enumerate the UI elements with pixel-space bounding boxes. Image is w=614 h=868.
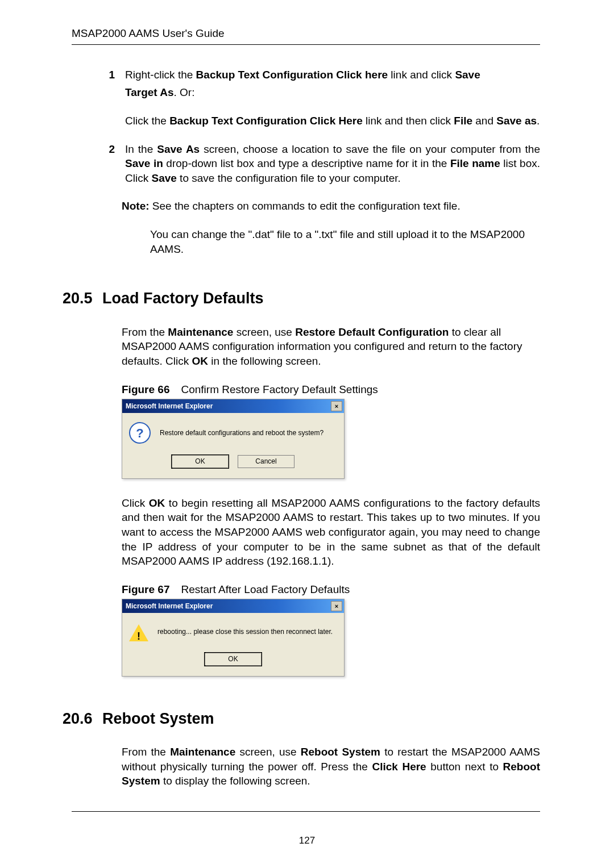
figure-label: Figure 67 [122, 583, 169, 595]
t-bold: Maintenance [170, 746, 235, 758]
t: From the [122, 746, 170, 758]
t: drop-down list box and type a descriptiv… [163, 157, 450, 169]
t-bold: Target As [125, 86, 174, 98]
t: In the [125, 143, 157, 155]
step-1-body: Target As. Or: [125, 85, 540, 100]
note-line: Note: See the chapters on commands to ed… [122, 199, 540, 214]
section-number: 20.5 [63, 288, 102, 308]
running-head: MSAP2000 AAMS User's Guide [72, 26, 540, 45]
page: MSAP2000 AAMS User's Guide 1 Right-click… [0, 0, 614, 868]
close-icon[interactable]: × [331, 401, 342, 411]
t: button next to [426, 761, 503, 773]
warning-icon-glyph: ! [136, 629, 141, 643]
section-20-5-heading: 20.5Load Factory Defaults [63, 288, 540, 308]
dialog-titlebar: Microsoft Internet Explorer × [122, 399, 344, 413]
dialog-message: rebooting... please close this session t… [157, 627, 333, 636]
dialog-titlebar: Microsoft Internet Explorer × [122, 599, 344, 613]
section-20-6-heading: 20.6Reboot System [63, 708, 540, 729]
sec205-intro: From the Maintenance screen, use Restore… [122, 325, 540, 369]
t-bold: Save As [157, 143, 200, 155]
step-1-text: Right-click the Backup Text Configuratio… [125, 68, 540, 82]
step-1-body2: Click the Backup Text Configuration Clic… [125, 114, 540, 128]
t-bold: Backup Text Configuration Click Here [169, 115, 363, 127]
after-fig66: Click OK to begin resetting all MSAP2000… [122, 496, 540, 569]
section-title: Load Factory Defaults [102, 290, 264, 307]
t: link and click [388, 69, 455, 81]
t-bold: Click Here [372, 761, 426, 773]
t-bold: OK [192, 355, 209, 367]
t-bold: Restore Default Configuration [295, 326, 449, 338]
t: in the following screen. [208, 355, 321, 367]
t-bold: File [454, 115, 472, 127]
question-icon: ? [129, 422, 151, 444]
sec206-intro: From the Maintenance screen, use Reboot … [122, 745, 540, 788]
t-bold: File name [450, 157, 500, 169]
t-bold: Save [455, 69, 480, 81]
reboot-dialog: Microsoft Internet Explorer × ! rebootin… [122, 599, 345, 676]
section-title: Reboot System [102, 710, 214, 727]
t-bold: Save in [125, 157, 163, 169]
ok-button[interactable]: OK [205, 653, 262, 665]
figure-caption-text: Confirm Restore Factory Default Settings [181, 383, 377, 395]
figure-67-caption: Figure 67Restart After Load Factory Defa… [122, 582, 540, 597]
t: Right-click the [125, 69, 196, 81]
t-bold: Save [151, 172, 176, 184]
figure-66-caption: Figure 66Confirm Restore Factory Default… [122, 382, 540, 397]
page-number: 127 [0, 834, 614, 848]
t: . [537, 115, 540, 127]
t: . Or: [174, 86, 195, 98]
close-icon[interactable]: × [331, 601, 342, 611]
cancel-button[interactable]: Cancel [238, 455, 294, 468]
figure-label: Figure 66 [122, 383, 169, 395]
dialog-title: Microsoft Internet Explorer [126, 402, 213, 411]
t: to display the following screen. [160, 775, 310, 787]
t: Click the [125, 115, 169, 127]
step-1: 1 Right-click the Backup Text Configurat… [107, 68, 540, 82]
note-text: See the chapters on commands to edit the… [150, 200, 460, 212]
step-2: 2 In the Save As screen, choose a locati… [107, 142, 540, 186]
t-bold: Reboot System [301, 746, 380, 758]
t: to save the configuration file to your c… [177, 172, 401, 184]
figure-66-dialog: Microsoft Internet Explorer × ? Restore … [122, 399, 540, 478]
note-label: Note: [122, 200, 150, 212]
section-number: 20.6 [63, 708, 102, 729]
t: screen, use [233, 326, 295, 338]
dialog-title: Microsoft Internet Explorer [126, 602, 213, 611]
ok-button[interactable]: OK [172, 455, 229, 468]
step-1-number: 1 [107, 68, 115, 82]
t-bold: OK [149, 497, 165, 509]
dialog-message: Restore default configurations and reboo… [160, 428, 323, 437]
t: From the [122, 326, 168, 338]
step-2-number: 2 [107, 142, 115, 186]
note-body: You can change the ".dat" file to a ".tx… [150, 227, 540, 256]
t: screen, use [235, 746, 301, 758]
t: to begin resetting all MSAP2000 AAMS con… [122, 497, 540, 567]
t: and [472, 115, 496, 127]
warning-icon: ! [129, 622, 148, 641]
t-bold: Backup Text Configuration Click here [196, 69, 388, 81]
figure-67-dialog: Microsoft Internet Explorer × ! rebootin… [122, 599, 540, 676]
t: Click [122, 497, 149, 509]
t-bold: Maintenance [168, 326, 233, 338]
figure-caption-text: Restart After Load Factory Defaults [181, 583, 350, 595]
t-bold: Save as [496, 115, 537, 127]
footer-rule [72, 811, 540, 812]
t: screen, choose a location to save the fi… [200, 143, 540, 155]
step-2-text: In the Save As screen, choose a location… [125, 142, 540, 186]
t: link and then click [363, 115, 454, 127]
confirm-dialog: Microsoft Internet Explorer × ? Restore … [122, 399, 345, 478]
